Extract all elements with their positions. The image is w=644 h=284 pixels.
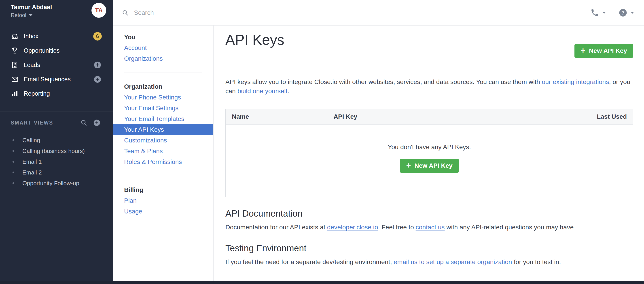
avatar-initials: TA	[95, 7, 103, 14]
opportunities-icon	[11, 47, 19, 55]
sidebar-item-leads[interactable]: Leads	[0, 58, 113, 72]
title-divider	[226, 69, 633, 69]
testing-text: for you to test in.	[512, 258, 561, 265]
search-input[interactable]	[134, 9, 300, 17]
email-us-link[interactable]: email us to set up a separate organizati…	[394, 258, 512, 265]
intro-text: API keys allow you to integrate Close.io…	[226, 78, 542, 85]
new-api-key-button[interactable]: + New API Key	[574, 44, 633, 58]
add-smart-view-icon[interactable]	[93, 119, 101, 127]
plus-icon: +	[581, 47, 586, 55]
smart-view-item[interactable]: Email 2	[0, 167, 113, 178]
smart-view-item[interactable]: Opportunity Follow-up	[0, 178, 113, 189]
settings-section-heading-you: You	[113, 32, 213, 43]
sidebar-header: Taimur Abdaal Retool TA	[0, 0, 113, 26]
settings-link-plan[interactable]: Plan	[113, 195, 213, 206]
plus-icon: +	[406, 162, 411, 170]
contact-us-link[interactable]: contact us	[416, 224, 445, 231]
inbox-icon	[11, 32, 19, 40]
settings-sidebar: You Account Organizations Organization Y…	[113, 26, 214, 281]
build-one-yourself-link[interactable]: build one yourself	[238, 87, 287, 94]
bullet-icon	[12, 172, 14, 173]
smart-views-header: Smart Views	[0, 115, 113, 130]
settings-link-email-settings[interactable]: Your Email Settings	[113, 103, 213, 113]
primary-nav: Inbox 6 Opportunities Leads Email Sequen…	[0, 29, 113, 101]
api-documentation-heading: API Documentation	[226, 208, 633, 219]
empty-state-message: You don't have any API Keys.	[226, 143, 633, 151]
add-sequence-icon[interactable]	[93, 75, 102, 84]
smart-view-item[interactable]: Calling	[0, 135, 113, 146]
settings-link-phone-settings[interactable]: Your Phone Settings	[113, 92, 213, 103]
bullet-icon	[12, 182, 14, 184]
bullet-icon	[12, 150, 14, 152]
new-api-key-label: New API Key	[414, 162, 452, 169]
sidebar-item-label: Email Sequences	[24, 76, 71, 83]
settings-link-team-plans[interactable]: Team & Plans	[113, 146, 213, 157]
testing-text: If you feel the need for a separate dev/…	[226, 258, 394, 265]
sidebar-item-label: Leads	[24, 62, 40, 69]
chevron-down-icon	[29, 14, 32, 16]
testing-environment-paragraph: If you feel the need for a separate dev/…	[226, 257, 633, 266]
main-content: API Keys + New API Key API keys allow yo…	[214, 26, 644, 281]
sidebar-item-email-sequences[interactable]: Email Sequences	[0, 72, 113, 86]
docs-text: . Feel free to	[378, 224, 416, 231]
settings-link-organizations[interactable]: Organizations	[113, 53, 213, 64]
add-lead-icon[interactable]	[93, 61, 102, 69]
settings-link-account[interactable]: Account	[113, 43, 213, 53]
table-header-row: Name API Key Last Used	[226, 109, 633, 124]
sidebar-item-inbox[interactable]: Inbox 6	[0, 29, 113, 43]
column-header-name: Name	[226, 113, 334, 120]
sidebar-item-label: Opportunities	[24, 47, 60, 54]
topbar-actions: ?	[590, 8, 644, 17]
smart-view-label: Calling	[22, 137, 40, 144]
sidebar-item-reporting[interactable]: Reporting	[0, 86, 113, 101]
global-search[interactable]	[113, 0, 300, 25]
docs-text: with any API-related questions you may h…	[445, 224, 576, 231]
testing-environment-heading: Testing Environment	[226, 243, 633, 254]
settings-link-usage[interactable]: Usage	[113, 206, 213, 217]
docs-text: Documentation for our API exists at	[226, 224, 327, 231]
leads-icon	[11, 61, 19, 69]
settings-link-email-templates[interactable]: Your Email Templates	[113, 113, 213, 124]
app-sidebar: Taimur Abdaal Retool TA Inbox 6 Opportun…	[0, 0, 113, 284]
svg-text:?: ?	[622, 10, 624, 16]
avatar[interactable]: TA	[92, 3, 106, 18]
sidebar-item-label: Inbox	[24, 33, 38, 40]
smart-views-title: Smart Views	[11, 120, 53, 126]
phone-icon[interactable]	[590, 8, 599, 17]
sidebar-divider	[0, 111, 113, 112]
table-empty-state: You don't have any API Keys. + New API K…	[226, 124, 633, 197]
chevron-down-icon[interactable]	[602, 12, 606, 14]
settings-link-roles-permissions[interactable]: Roles & Permissions	[113, 157, 213, 167]
chevron-down-icon[interactable]	[630, 12, 634, 14]
bottom-bar	[0, 281, 644, 284]
developer-close-io-link[interactable]: developer.close.io	[327, 224, 378, 231]
workspace-name: Retool	[11, 12, 26, 18]
settings-link-your-api-keys[interactable]: Your API Keys	[113, 124, 213, 135]
new-api-key-button-empty-state[interactable]: + New API Key	[400, 159, 459, 173]
search-icon[interactable]	[80, 119, 88, 127]
bullet-icon	[12, 139, 14, 141]
new-api-key-label: New API Key	[589, 47, 627, 54]
smart-view-label: Email 1	[22, 158, 42, 165]
bullet-icon	[12, 161, 14, 163]
column-header-last-used: Last Used	[556, 113, 633, 120]
smart-views-list: Calling Calling (business hours) Email 1…	[0, 135, 113, 189]
column-header-api-key: API Key	[334, 113, 556, 120]
sidebar-item-opportunities[interactable]: Opportunities	[0, 43, 113, 58]
sidebar-item-label: Reporting	[24, 90, 50, 97]
help-icon[interactable]: ?	[618, 8, 628, 17]
inbox-unread-badge: 6	[93, 32, 102, 41]
settings-divider	[124, 176, 202, 176]
existing-integrations-link[interactable]: our existing integrations	[542, 78, 609, 85]
email-sequences-icon	[11, 75, 19, 83]
settings-link-customizations[interactable]: Customizations	[113, 135, 213, 146]
top-bar: ?	[113, 0, 644, 26]
smart-view-item[interactable]: Email 1	[0, 156, 113, 167]
settings-section-heading-organization: Organization	[113, 81, 213, 92]
intro-paragraph: API keys allow you to integrate Close.io…	[226, 77, 633, 96]
settings-divider	[124, 73, 202, 73]
smart-view-item[interactable]: Calling (business hours)	[0, 146, 113, 156]
smart-view-label: Calling (business hours)	[22, 148, 85, 155]
reporting-icon	[11, 90, 19, 98]
smart-view-label: Email 2	[22, 169, 42, 176]
